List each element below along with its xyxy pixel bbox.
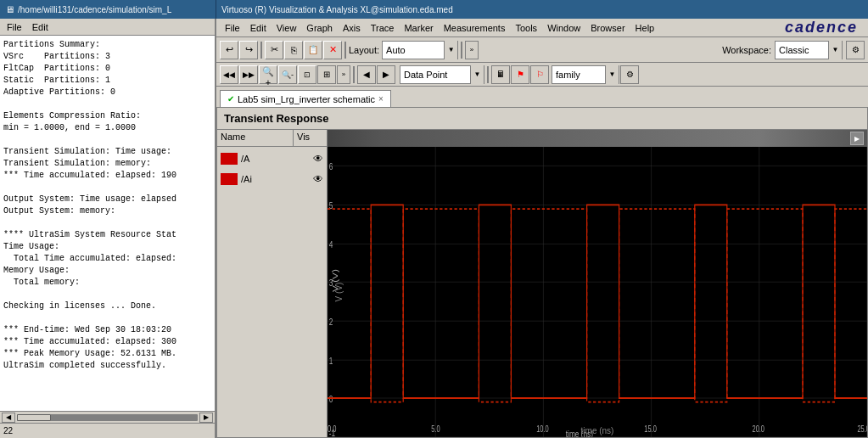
delete-button[interactable]: ✕ — [323, 41, 342, 59]
redo-button[interactable]: ↪ — [239, 41, 258, 59]
copy-button[interactable]: ⎘ — [284, 41, 303, 59]
nav-next-btn[interactable]: ▶▶ — [239, 65, 258, 84]
menu-trace[interactable]: Trace — [366, 21, 400, 35]
left-status-text: 22 — [3, 426, 13, 435]
legend-item-ai: /Ai 👁 — [219, 169, 325, 189]
tab-bar: ✔ Lab5 sim_Lrg_inverter schematic × — [216, 87, 868, 107]
separator-1 — [260, 42, 262, 59]
toolbar-more-btn[interactable]: » — [465, 41, 479, 59]
plot-main: /A 👁 /Ai 👁 — [217, 147, 867, 437]
nav-prev-btn[interactable]: ◀◀ — [220, 65, 238, 84]
family-value: family — [552, 70, 605, 80]
left-menu-file[interactable]: File — [2, 21, 27, 33]
workspace-settings-btn[interactable]: ⚙ — [846, 41, 865, 59]
left-title-bar: 🖥 /home/willi131/cadence/simulation/sim_… — [0, 0, 216, 19]
plot-col-headers: Name Vis ▶ — [217, 130, 867, 147]
svg-text:25.0: 25.0 — [857, 424, 867, 435]
separator-3 — [461, 42, 462, 59]
layout-value: Auto — [383, 45, 444, 55]
menu-window[interactable]: Window — [542, 21, 585, 35]
tab-active[interactable]: ✔ Lab5 sim_Lrg_inverter schematic × — [220, 90, 391, 107]
zoom-in-btn[interactable]: 🔍+ — [259, 65, 277, 84]
svg-text:2: 2 — [329, 316, 333, 327]
layout-label: Layout: — [349, 45, 379, 55]
flag2-btn[interactable]: ⚐ — [530, 65, 549, 84]
left-title-text: /home/willi131/cadence/simulation/sim_L — [18, 5, 171, 14]
family-arrow-icon[interactable]: ▼ — [605, 65, 619, 84]
zoom-fit-btn[interactable]: ⊡ — [298, 65, 316, 84]
tab-checkbox-icon: ✔ — [227, 94, 234, 104]
datapoint-value: Data Point — [400, 70, 470, 80]
svg-text:10.0: 10.0 — [536, 424, 548, 435]
workspace-dropdown[interactable]: Classic ▼ — [775, 41, 843, 59]
trace-left-btn[interactable]: ◀ — [357, 65, 376, 84]
left-panel: File Edit Partitions Summary: VSrc Parti… — [0, 19, 216, 438]
menu-browser[interactable]: Browser — [585, 21, 630, 35]
tab-close-icon[interactable]: × — [378, 94, 384, 104]
grid-btn[interactable]: ⊞ — [317, 65, 336, 84]
menu-file[interactable]: File — [220, 21, 245, 35]
plot-scroll-bar[interactable]: ▶ — [328, 130, 867, 147]
toolbar2-more-btn[interactable]: » — [337, 65, 350, 84]
chart-area: 6 5 4 3 2 1 0 -1 0.0 5.0 10.0 15.0 20.0 — [328, 147, 867, 437]
family-dropdown[interactable]: family ▼ — [552, 65, 619, 84]
col-graph-header: ▶ — [328, 130, 867, 146]
calculator-btn[interactable]: 🖩 — [491, 65, 510, 84]
legend-color-a — [221, 153, 238, 165]
datapoint-dropdown[interactable]: Data Point ▼ — [400, 65, 484, 84]
layout-dropdown[interactable]: Auto ▼ — [382, 41, 458, 59]
left-scrollbar[interactable]: ◀ ▶ — [0, 411, 215, 423]
right-panel: File Edit View Graph Axis Trace Marker M… — [216, 19, 868, 438]
layout-arrow-icon[interactable]: ▼ — [444, 41, 457, 59]
cadence-logo: cadence — [785, 19, 865, 36]
svg-text:15.0: 15.0 — [644, 424, 656, 435]
legend-label-a: /A — [241, 154, 310, 164]
left-menu-bar: File Edit — [0, 19, 215, 36]
chart-svg: 6 5 4 3 2 1 0 -1 0.0 5.0 10.0 15.0 20.0 — [328, 147, 867, 437]
menu-tools[interactable]: Tools — [510, 21, 542, 35]
workspace-value: Classic — [776, 45, 828, 55]
svg-text:1: 1 — [329, 355, 333, 366]
svg-text:6: 6 — [329, 161, 333, 172]
cut-button[interactable]: ✂ — [265, 41, 283, 59]
menu-measurements[interactable]: Measurements — [439, 21, 511, 35]
svg-text:5.0: 5.0 — [431, 424, 440, 435]
menu-marker[interactable]: Marker — [399, 21, 438, 35]
separator-5 — [487, 66, 489, 83]
undo-button[interactable]: ↩ — [220, 41, 238, 59]
plot-container: Transient Response Name Vis ▶ — [216, 107, 868, 438]
paste-button[interactable]: 📋 — [304, 41, 322, 59]
legend-color-ai — [221, 173, 238, 185]
left-statusbar: 22 — [0, 423, 215, 438]
col-vis-header: Vis — [294, 130, 328, 146]
svg-text:0.0: 0.0 — [328, 424, 336, 435]
right-title-bar: Virtuoso (R) Visualization & Analysis XL… — [216, 0, 868, 19]
menu-graph[interactable]: Graph — [301, 21, 338, 35]
zoom-out-btn[interactable]: 🔍- — [278, 65, 297, 84]
flag-btn[interactable]: ⚑ — [511, 65, 529, 84]
legend-eye-ai-icon[interactable]: 👁 — [313, 173, 323, 185]
menu-help[interactable]: Help — [630, 21, 660, 35]
menu-axis[interactable]: Axis — [338, 21, 366, 35]
menu-edit[interactable]: Edit — [245, 21, 272, 35]
family-settings-btn[interactable]: ⚙ — [620, 65, 639, 84]
workspace-label: Workspace: — [722, 45, 771, 55]
plot-legend: /A 👁 /Ai 👁 — [217, 147, 328, 437]
menu-view[interactable]: View — [272, 21, 302, 35]
separator-2 — [344, 42, 346, 59]
workspace-arrow-icon[interactable]: ▼ — [828, 41, 842, 59]
svg-text:20.0: 20.0 — [753, 424, 764, 435]
signal-a-wave — [328, 205, 867, 398]
toolbar-2: ◀◀ ▶▶ 🔍+ 🔍- ⊡ ⊞ » ◀ ▶ Data Point ▼ 🖩 ⚑ ⚐… — [216, 63, 868, 87]
x-axis-label: time (ns) — [581, 426, 614, 435]
legend-eye-a-icon[interactable]: 👁 — [313, 153, 323, 165]
datapoint-arrow-icon[interactable]: ▼ — [470, 65, 484, 84]
tab-label: Lab5 sim_Lrg_inverter schematic — [238, 94, 375, 104]
left-window-icon: 🖥 — [5, 4, 14, 14]
left-menu-edit[interactable]: Edit — [27, 21, 53, 33]
right-menu-bar: File Edit View Graph Axis Trace Marker M… — [216, 19, 868, 37]
trace-right-btn[interactable]: ▶ — [377, 65, 395, 84]
toolbar-1: ↩ ↪ ✂ ⎘ 📋 ✕ Layout: Auto ▼ » Workspace: … — [216, 37, 868, 63]
left-panel-content: Partitions Summary: VSrc Partitions: 3 F… — [0, 36, 215, 411]
col-name-header: Name — [217, 130, 294, 146]
